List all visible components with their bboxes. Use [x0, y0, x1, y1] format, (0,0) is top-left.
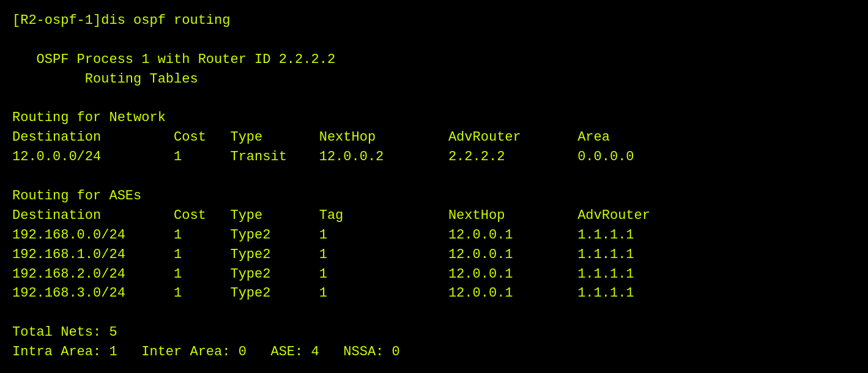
empty-line	[12, 167, 856, 186]
terminal-line: 12.0.0.0/24 1 Transit 12.0.0.2 2.2.2.2 0…	[12, 147, 856, 167]
terminal-line: Routing for ASEs	[12, 186, 856, 206]
empty-line	[12, 303, 856, 323]
terminal-line: 192.168.1.0/24 1 Type2 1 12.0.0.1 1.1.1.…	[12, 245, 856, 265]
terminal-line: 192.168.3.0/24 1 Type2 1 12.0.0.1 1.1.1.…	[12, 284, 856, 303]
terminal-window[interactable]: [R2-ospf-1]dis ospf routing OSPF Process…	[0, 0, 868, 373]
terminal-line: Destination Cost Type NextHop AdvRouter …	[12, 128, 856, 147]
terminal-line: 192.168.2.0/24 1 Type2 1 12.0.0.1 1.1.1.…	[12, 265, 856, 284]
terminal-line: OSPF Process 1 with Router ID 2.2.2.2	[12, 50, 856, 70]
empty-line	[12, 362, 856, 373]
empty-line	[12, 31, 856, 50]
terminal-line: 192.168.0.0/24 1 Type2 1 12.0.0.1 1.1.1.…	[12, 226, 856, 245]
terminal-line: Destination Cost Type Tag NextHop AdvRou…	[12, 206, 856, 226]
terminal-line: Routing Tables	[12, 70, 856, 89]
terminal-line: Intra Area: 1 Inter Area: 0 ASE: 4 NSSA:…	[12, 342, 856, 362]
terminal-line: Total Nets: 5	[12, 323, 856, 342]
empty-line	[12, 89, 856, 109]
terminal-line: Routing for Network	[12, 108, 856, 128]
terminal-line: [R2-ospf-1]dis ospf routing	[12, 11, 856, 31]
